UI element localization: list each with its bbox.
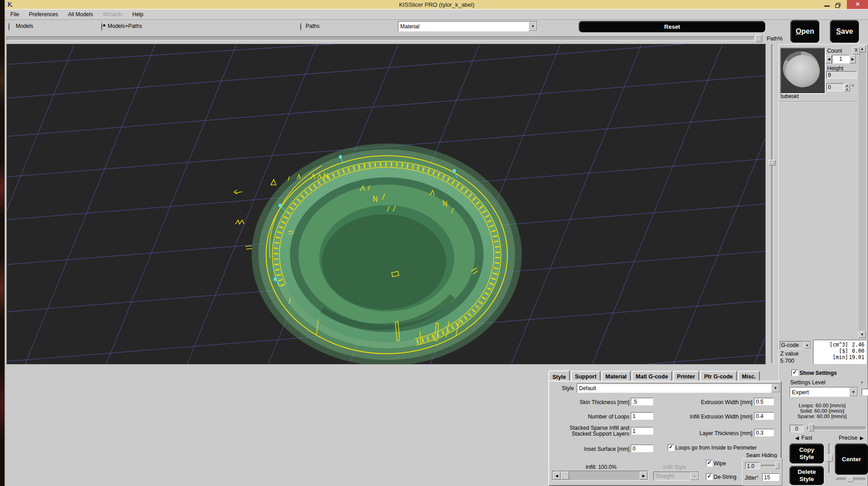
jitter-field[interactable]: 15 bbox=[762, 473, 779, 481]
tab-printer[interactable]: Printer bbox=[673, 371, 699, 381]
tab-ptr-gcode[interactable]: Ptr G-code bbox=[700, 371, 737, 381]
level-extra-checkbox[interactable] bbox=[862, 389, 868, 396]
count-decrement[interactable]: ◀ bbox=[826, 55, 832, 63]
model-close-button[interactable]: X bbox=[852, 47, 860, 54]
gcode-dropdown-arrow-icon[interactable]: ▼ bbox=[804, 342, 811, 349]
quality-slider-handle[interactable] bbox=[809, 424, 814, 432]
seam-slider-handle[interactable] bbox=[775, 462, 779, 469]
show-settings-label[interactable]: Show Settings bbox=[800, 370, 837, 376]
destring-checkbox[interactable]: ✓ bbox=[706, 473, 713, 480]
height-field[interactable]: 9 bbox=[826, 71, 857, 79]
tab-matl-gcode[interactable]: Matl G-code bbox=[632, 371, 672, 381]
menu-file[interactable]: File bbox=[10, 11, 19, 18]
model-thumbnail[interactable] bbox=[780, 48, 826, 94]
material-dropdown-value: Material bbox=[398, 23, 529, 30]
skin-thickness-label: Skin Thickness [mm] bbox=[549, 399, 629, 405]
tab-misc[interactable]: Misc. bbox=[738, 371, 760, 381]
destring-label[interactable]: De-String bbox=[714, 474, 737, 480]
style-panel-vslider-handle[interactable] bbox=[826, 454, 833, 462]
z-value-label: Z value bbox=[780, 351, 799, 357]
stat-cost-unit: [$] bbox=[815, 348, 848, 354]
show-settings-checkbox[interactable]: ✓ bbox=[791, 369, 798, 376]
tab-material[interactable]: Material bbox=[601, 371, 631, 381]
layer-thickness-field[interactable]: 0.3 bbox=[754, 429, 774, 436]
style-panel-vertical-slider[interactable] bbox=[826, 444, 833, 473]
radio-paths[interactable] bbox=[300, 22, 301, 31]
print-stats-box: [cm^3] 2.46 [$] 0.00 [min] 19.01 bbox=[813, 340, 867, 364]
loops-inside-checkbox[interactable]: ✓ bbox=[668, 444, 674, 451]
infill-extrusion-width-field[interactable]: 0.4 bbox=[754, 412, 774, 420]
quality-threshold-field[interactable]: 0 bbox=[790, 425, 804, 432]
number-of-loops-field[interactable]: 1 bbox=[631, 412, 653, 420]
viewport-vertical-slider-handle[interactable] bbox=[769, 160, 776, 166]
radio-models-label[interactable]: Models bbox=[16, 23, 33, 29]
maximize-button[interactable] bbox=[835, 2, 841, 7]
seam-hiding-group: 1.0 Jitter° 15 bbox=[742, 458, 782, 486]
infill-style-value: Straight bbox=[654, 473, 690, 479]
restore-icon bbox=[835, 3, 841, 8]
infill-scroll-left-icon[interactable]: ◀ bbox=[553, 472, 561, 480]
viewport-3d[interactable] bbox=[6, 44, 766, 364]
style-preset-arrow-icon[interactable]: ▼ bbox=[771, 384, 780, 392]
settings-level-expand-icon[interactable]: ▼ bbox=[860, 380, 864, 385]
style-settings-panel: Style Support Material Matl G-code Print… bbox=[548, 369, 782, 486]
tab-style[interactable]: Style bbox=[548, 370, 570, 382]
delete-style-label: Delete Style bbox=[796, 468, 818, 482]
settings-tabs: Style Support Material Matl G-code Print… bbox=[548, 369, 760, 381]
z-value: 5.700 bbox=[780, 358, 794, 364]
path-slider-track[interactable] bbox=[6, 36, 755, 40]
close-button[interactable]: × bbox=[847, 0, 868, 9]
radio-paths-label[interactable]: Paths bbox=[306, 23, 320, 29]
extrusion-width-field[interactable]: 0.5 bbox=[754, 398, 774, 405]
close-icon: × bbox=[856, 0, 859, 8]
title-bar[interactable]: KISSlicer PRO (tylor_k_abel) × bbox=[5, 0, 868, 9]
quality-slider-track[interactable] bbox=[807, 427, 866, 430]
scroll-down-icon[interactable]: ▼ bbox=[859, 331, 866, 338]
style-preset-dropdown[interactable]: Default ▼ bbox=[577, 383, 780, 393]
loops-inside-label[interactable]: Loops go from Inside to Perimeter bbox=[675, 445, 757, 451]
tab-support[interactable]: Support bbox=[571, 371, 601, 381]
settings-level-arrow-icon[interactable]: ▼ bbox=[849, 387, 858, 396]
count-increment[interactable]: ▶ bbox=[850, 55, 856, 63]
menu-preferences[interactable]: Preferences bbox=[29, 11, 58, 18]
count-field[interactable]: 1 bbox=[832, 55, 850, 63]
gcode-dropdown[interactable]: G-code ▼ bbox=[780, 341, 811, 349]
delete-style-button[interactable]: Delete Style bbox=[790, 466, 824, 485]
settings-level-value: Expert bbox=[790, 389, 849, 396]
viewport-vertical-slider[interactable] bbox=[768, 44, 777, 364]
rotation-stepper[interactable]: ▲ ▼ bbox=[844, 83, 850, 91]
center-slider[interactable] bbox=[836, 477, 866, 482]
infill-scroll-right-icon[interactable]: ▶ bbox=[640, 472, 647, 480]
rotation-field[interactable]: 0 bbox=[826, 83, 844, 91]
material-dropdown[interactable]: Material ▼ bbox=[398, 21, 538, 32]
radio-models-paths-label[interactable]: Models+Paths bbox=[108, 23, 142, 29]
precise-label: Precise bbox=[839, 435, 858, 441]
stat-time-value: 19.01 bbox=[848, 354, 864, 360]
skin-thickness-field[interactable]: .5 bbox=[631, 398, 653, 405]
radio-models-paths[interactable] bbox=[101, 22, 102, 31]
path-slider-handle[interactable] bbox=[755, 35, 762, 42]
center-slider-handle[interactable] bbox=[846, 477, 854, 482]
settings-level-dropdown[interactable]: Expert ▼ bbox=[790, 387, 858, 397]
reset-button[interactable]: Reset bbox=[579, 21, 765, 32]
save-button[interactable]: Save bbox=[830, 20, 859, 43]
menu-help[interactable]: Help bbox=[132, 11, 144, 18]
infill-scrollbar-thumb[interactable] bbox=[561, 472, 569, 480]
viewport-scene bbox=[7, 44, 765, 364]
material-dropdown-arrow-icon[interactable]: ▼ bbox=[529, 22, 537, 31]
inset-surface-field[interactable]: 0 bbox=[631, 445, 653, 452]
model-panel-scrollbar[interactable]: ▲ ▼ bbox=[859, 45, 866, 338]
menu-all-models[interactable]: All Models bbox=[68, 11, 93, 18]
center-button[interactable]: Center bbox=[835, 444, 868, 475]
infill-scrollbar[interactable]: ◀ ▶ bbox=[552, 471, 648, 481]
stacked-layers-field[interactable]: 1 bbox=[631, 427, 653, 435]
open-button[interactable]: Open bbox=[791, 20, 819, 43]
radio-models[interactable] bbox=[9, 22, 9, 31]
extrusion-width-label: Extrusion Width [mm] bbox=[671, 399, 752, 405]
wipe-checkbox[interactable]: ✓ bbox=[706, 460, 713, 467]
seam-depth-field[interactable]: 1.0 bbox=[745, 462, 760, 469]
stat-volume-value: 2.46 bbox=[848, 342, 864, 348]
wipe-label[interactable]: Wipe bbox=[714, 460, 726, 467]
minimize-button[interactable] bbox=[824, 5, 830, 7]
copy-style-button[interactable]: Copy Style bbox=[790, 444, 824, 464]
